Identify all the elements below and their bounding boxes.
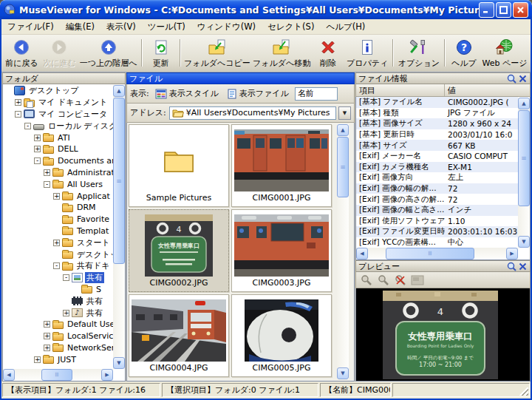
scroll-left-arrow[interactable]: ◀ (356, 248, 368, 260)
tree-expander[interactable]: + (53, 193, 60, 200)
help-button[interactable]: ? ヘルプ (448, 36, 480, 70)
menu-item[interactable]: ファイル(F) (1, 20, 60, 34)
tree-expander[interactable]: + (44, 333, 50, 339)
forward-button[interactable]: 次に進む (41, 36, 78, 70)
info-row[interactable]: [基本] ファイル名 CIMG0002.JPG ( (356, 97, 518, 108)
tree-item[interactable]: 共有 (3, 295, 113, 307)
tree-expander[interactable]: - (63, 274, 69, 281)
info-row[interactable]: [基本] 画像サイズ 1280 x 960 x 24 (356, 118, 518, 129)
scroll-left-arrow[interactable]: ◀ (3, 369, 15, 381)
scroll-down-arrow[interactable]: ▼ (113, 357, 125, 369)
info-row[interactable]: [Exif] 画像の高さの解... 72 (356, 194, 518, 205)
info-row[interactable]: [Exif] ファイル変更日時 2003:01:10 16:03: (356, 226, 518, 237)
up-one-level-button[interactable]: 一つ上の階層へ (78, 36, 139, 70)
info-row[interactable]: [Exif] YCCの画素構... 中心 (356, 237, 518, 248)
scroll-thumb[interactable] (518, 110, 530, 206)
info-row[interactable]: [基本] 更新日時 2003/01/10 16:0 (356, 129, 518, 140)
column-header-item[interactable]: 項目 (356, 84, 445, 96)
tree-item[interactable]: + DELL (3, 143, 113, 155)
tree-item[interactable]: Favorite (3, 214, 113, 226)
scroll-right-arrow[interactable]: ▶ (506, 248, 518, 260)
float-panel-icon[interactable] (506, 262, 516, 271)
back-button[interactable]: 前に戻る (3, 36, 41, 70)
properties-button[interactable]: プロパティ (344, 36, 390, 70)
scroll-thumb[interactable] (386, 248, 474, 260)
scroll-down-arrow[interactable]: ▼ (518, 236, 530, 248)
resize-grip[interactable] (519, 387, 528, 396)
menu-item[interactable]: ウィンドウ(W) (191, 20, 262, 34)
tree-item[interactable]: - ローカル ディスク (C:) (3, 120, 113, 132)
tree-expander[interactable]: + (34, 146, 41, 152)
info-row[interactable]: [Exif] カメラ機種名 EX-M1 (356, 162, 518, 173)
info-horizontal-scrollbar[interactable]: ◀ ▶ (356, 248, 518, 260)
tree-expander[interactable]: + (44, 321, 50, 328)
info-row[interactable]: [Exif] 画像の幅の解... 72 (356, 183, 518, 194)
menu-item[interactable]: 編集(E) (60, 20, 100, 34)
thumbnail-sample-pictures[interactable]: Sample Pictures (129, 124, 229, 207)
close-panel-icon[interactable] (517, 74, 528, 84)
view-style-button[interactable]: 表示スタイル (152, 86, 222, 101)
copy-to-folder-button[interactable]: フォルダへコピー (183, 36, 252, 70)
info-row[interactable]: [Exif] 画像の幅と高さ... インチ (356, 205, 518, 216)
tree-item[interactable]: - Documents and (3, 155, 113, 167)
scroll-right-arrow[interactable]: ▶ (101, 369, 113, 381)
tree-expander[interactable]: + (53, 240, 60, 246)
move-to-folder-button[interactable]: フォルダへ移動 (251, 36, 312, 70)
scroll-thumb[interactable] (41, 369, 72, 381)
thumbnail-cimg0001[interactable]: CIMG0001.JPG (231, 124, 332, 207)
fit-window-icon[interactable] (411, 274, 424, 286)
thumbnail-cimg0003[interactable]: CIMG0003.JPG (231, 209, 332, 292)
minimize-button[interactable] (479, 2, 494, 18)
tree-expander[interactable]: + (34, 356, 41, 363)
info-row[interactable]: [Exif] 画像方向 左上 (356, 172, 518, 183)
sort-order-box[interactable]: 名前 (295, 87, 338, 101)
tree-expander[interactable]: + (15, 99, 21, 106)
tree-expander[interactable]: + (44, 345, 50, 351)
tree-item[interactable]: S (3, 284, 113, 296)
thumbnail-cimg0004[interactable]: CIMG0004.JPG (129, 294, 229, 377)
view-file-button[interactable]: 表示ファイル (225, 86, 292, 101)
zoom-in-icon[interactable] (360, 274, 373, 286)
scroll-down-arrow[interactable]: ▼ (337, 367, 349, 379)
menu-item[interactable]: 表示(V) (100, 20, 142, 34)
tree-item[interactable]: + マイ ドキュメント (3, 97, 113, 109)
files-vertical-scrollbar[interactable]: ▲ ▼ (337, 124, 349, 379)
tree-item[interactable]: + JUST (3, 353, 113, 365)
tree-item[interactable]: + NetworkSer (3, 342, 113, 354)
tree-item[interactable]: デスクトップ (3, 85, 113, 97)
tree-expander[interactable]: + (63, 310, 69, 316)
tree-item[interactable]: - 共有ドキ (3, 260, 113, 272)
tree-item[interactable]: + 共有 (3, 307, 113, 319)
scroll-thumb[interactable] (337, 137, 349, 197)
menu-item[interactable]: ツール(T) (142, 20, 191, 34)
info-vertical-scrollbar[interactable]: ▲ ▼ (518, 98, 530, 248)
info-row[interactable]: [基本] サイズ 667 KB (356, 140, 518, 151)
tree-expander[interactable]: - (24, 123, 31, 129)
tree-expander[interactable]: - (15, 111, 21, 118)
tree-item[interactable]: Templat (3, 226, 113, 237)
tree-item[interactable]: デスクトッ (3, 248, 113, 260)
web-page-button[interactable]: Web ページ (480, 36, 529, 70)
menu-item[interactable]: セレクト(S) (262, 20, 320, 34)
tree-item[interactable]: - マイ コンピュータ (3, 109, 113, 121)
float-panel-icon[interactable] (506, 74, 516, 84)
tree-item[interactable]: + ATI (3, 132, 113, 143)
maximize-button[interactable] (496, 2, 511, 18)
info-row[interactable]: [Exif] 使用ソフトウェア 1.10 (356, 216, 518, 227)
tree-expander[interactable]: - (44, 181, 50, 188)
scroll-up-arrow[interactable]: ▲ (518, 98, 530, 109)
address-input[interactable]: ¥All Users¥Documents¥My Pictures (169, 106, 336, 120)
tree-item[interactable]: DRM (3, 202, 113, 214)
refresh-button[interactable]: 更新 (145, 36, 177, 70)
tree-item[interactable]: - 共有 (3, 272, 113, 284)
tree-expander[interactable]: - (34, 157, 41, 164)
folders-vertical-scrollbar[interactable]: ▲ ▼ (113, 85, 125, 369)
close-button[interactable] (513, 2, 528, 18)
tree-expander[interactable]: + (44, 169, 50, 176)
close-panel-icon[interactable] (517, 262, 528, 271)
tree-expander[interactable]: + (34, 135, 41, 141)
zoom-reset-icon[interactable] (394, 274, 407, 286)
tree-item[interactable]: + Applicat (3, 190, 113, 202)
tree-item[interactable]: + Administrat (3, 167, 113, 179)
tree-item[interactable]: + LocalServic (3, 330, 113, 342)
